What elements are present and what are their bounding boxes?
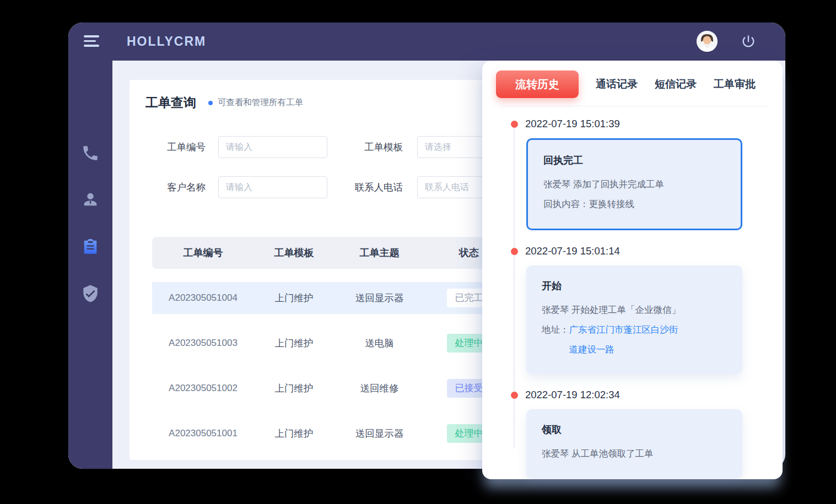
screenshot-root: { "app": { "logo_text": "HOLLYCRM" }, "t… (0, 0, 836, 504)
workorder-table: 工单编号 工单模板 工单主题 状态 A202305051004 上门维护 送回显… (152, 237, 516, 449)
cell-subject: 送电脑 (334, 337, 425, 350)
timeline-entry: 2022-07-19 12:02:34 领取 张爱琴 从工单池领取了工单 (511, 384, 767, 478)
tab-call-records[interactable]: 通话记录 (596, 77, 638, 91)
timeline-card-receipt-complete[interactable]: 回执完工 张爱琴 添加了回执并完成工单 回执内容：更换转接线 (526, 138, 742, 230)
top-bar: HOLLYCRM (68, 23, 785, 61)
order-no-input[interactable] (218, 136, 327, 158)
panel-tabs: 流转历史 通话记录 短信记录 工单审批 (496, 71, 756, 98)
tab-approval[interactable]: 工单审批 (714, 77, 756, 91)
timeline-card-start[interactable]: 开始 张爱琴 开始处理工单「企业微信」 地址： 广东省江门市蓬江区白沙街道建设一… (526, 265, 742, 374)
address-label: 地址： (542, 319, 569, 339)
phone-icon (81, 144, 100, 162)
power-icon[interactable] (741, 34, 756, 49)
timeline-card-line: 回执内容：更换转接线 (543, 194, 725, 214)
timeline-timestamp: 2022-07-19 15:01:14 (525, 241, 767, 257)
cell-order-no: A202305051003 (152, 338, 254, 349)
table-row[interactable]: A202305051002 上门维护 送回维修 已接受 (152, 372, 516, 404)
user-avatar[interactable] (697, 31, 718, 52)
page-header: 工单查询 可查看和管理所有工单 (145, 94, 303, 111)
app-logo: HOLLYCRM (127, 23, 206, 61)
table-row[interactable]: A202305051004 上门维护 送回显示器 已完工 (152, 282, 516, 314)
cell-subject: 送回显示器 (334, 291, 425, 305)
subtitle-dot-icon (208, 101, 213, 105)
page-title: 工单查询 (145, 94, 196, 111)
sidebar-item-customers[interactable] (81, 190, 100, 209)
timeline-timestamp: 2022-07-19 15:01:39 (525, 113, 767, 130)
workorder-detail-panel: 流转历史 通话记录 短信记录 工单审批 2022-07-19 15:01:39 … (482, 61, 783, 479)
table-row[interactable]: A202305051003 上门维护 送电脑 处理中 (152, 327, 516, 359)
tabs-divider (500, 106, 769, 106)
cell-subject: 送回维修 (334, 382, 425, 395)
page-subtitle: 可查看和管理所有工单 (218, 97, 303, 109)
sidebar-item-security[interactable] (81, 284, 100, 303)
filter-label-template: 工单模板 (333, 136, 403, 158)
timeline-dot-icon (511, 248, 518, 255)
filter-label-order-no: 工单编号 (146, 136, 206, 158)
timeline-card-claim[interactable]: 领取 张爱琴 从工单池领取了工单 (526, 409, 742, 478)
timeline-card-line: 张爱琴 从工单池领取了工单 (542, 443, 727, 463)
cell-template: 上门维护 (254, 337, 334, 350)
cell-subject: 送回显示器 (334, 427, 425, 440)
tab-sms-records[interactable]: 短信记录 (655, 77, 697, 91)
timeline-entry: 2022-07-19 15:01:39 回执完工 张爱琴 添加了回执并完成工单 … (511, 113, 767, 230)
customer-name-input[interactable] (218, 176, 327, 198)
timeline-dot-icon (511, 121, 518, 128)
shield-check-icon (81, 284, 100, 303)
timeline-dot-icon (511, 392, 518, 399)
cell-order-no: A202305051004 (152, 292, 254, 304)
timeline-card-title: 领取 (542, 423, 727, 436)
filter-label-contact-phone: 联系人电话 (320, 176, 403, 198)
cell-template: 上门维护 (254, 291, 334, 305)
table-row[interactable]: A202305051001 上门维护 送回显示器 处理中 (152, 418, 516, 449)
timeline-card-address-row: 地址： 广东省江门市蓬江区白沙街道建设一路 (542, 319, 727, 359)
cell-order-no: A202305051001 (152, 428, 254, 439)
filter-label-customer: 客户名称 (146, 176, 206, 198)
timeline-card-title: 开始 (542, 279, 727, 292)
workorder-query-card: 工单查询 可查看和管理所有工单 工单编号 工单模板 客户名称 联系人电话 工单编… (130, 80, 537, 460)
flow-history-timeline: 2022-07-19 15:01:39 回执完工 张爱琴 添加了回执并完成工单 … (511, 113, 767, 489)
timeline-card-line: 张爱琴 添加了回执并完成工单 (543, 174, 725, 194)
menu-icon[interactable] (84, 35, 100, 48)
person-icon (81, 190, 100, 209)
address-link[interactable]: 广东省江门市蓬江区白沙街道建设一路 (569, 319, 687, 359)
timeline-timestamp: 2022-07-19 12:02:34 (525, 384, 767, 401)
timeline-entry: 2022-07-19 15:01:14 开始 张爱琴 开始处理工单「企业微信」 … (511, 241, 767, 374)
sidebar-item-workorders[interactable] (81, 237, 100, 256)
clipboard-icon (81, 237, 100, 256)
sidebar-item-calls[interactable] (81, 144, 100, 162)
timeline-card-title: 回执完工 (543, 154, 725, 167)
cell-template: 上门维护 (254, 382, 334, 395)
cell-order-no: A202305051002 (152, 383, 254, 394)
cell-template: 上门维护 (254, 427, 334, 440)
timeline-card-line: 张爱琴 开始处理工单「企业微信」 (542, 300, 727, 319)
table-header-row: 工单编号 工单模板 工单主题 状态 (152, 237, 516, 269)
sidebar-nav (68, 61, 112, 469)
tab-flow-history[interactable]: 流转历史 (496, 71, 579, 98)
avatar-image (697, 31, 718, 52)
col-header-template: 工单模板 (254, 246, 334, 259)
col-header-subject: 工单主题 (334, 246, 425, 259)
col-header-order-no: 工单编号 (152, 246, 254, 259)
